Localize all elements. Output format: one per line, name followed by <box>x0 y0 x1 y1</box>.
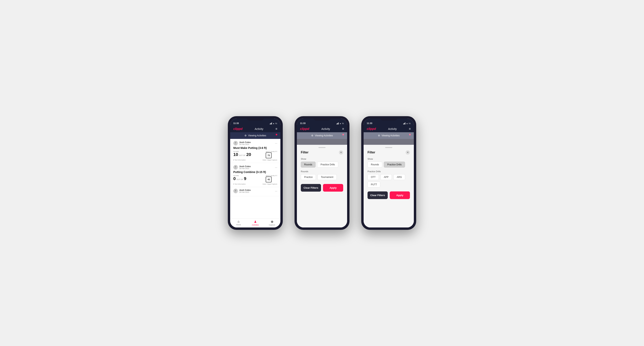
tournament-btn-2[interactable]: Tournament <box>318 174 336 180</box>
phone-3-screen: 11:33 ▲ 51 clippd Activity ≡ <box>364 119 414 227</box>
nav-home-1[interactable]: ⌂ Home <box>230 220 247 226</box>
nav-activities-1[interactable]: ♟ Activities <box>247 220 264 226</box>
practice-btn-2[interactable]: Practice <box>301 174 316 180</box>
ott-btn-3[interactable]: OTT <box>368 174 379 180</box>
shots-value-2: 9 <box>244 176 246 181</box>
user-info-2: Josh Coles 28 Feb 2023 <box>233 165 251 170</box>
arg-btn-3[interactable]: ARG <box>394 174 405 180</box>
svg-point-5 <box>235 191 237 192</box>
shot-quality-label-1: Shot Quality <box>266 151 277 153</box>
notification-dot-1 <box>276 134 277 135</box>
close-filter-2[interactable]: ✕ <box>339 150 343 155</box>
activity-footer-1: ℹ Test Information Data: Clippd Capture <box>233 159 277 161</box>
scene: 11:33 ▲ 51 clippd Activity ≡ <box>216 104 428 242</box>
svg-point-4 <box>235 190 236 191</box>
test-info-2: ℹ Test Information <box>233 183 246 185</box>
user-name-1: Josh Coles <box>239 141 251 143</box>
activity-item-3[interactable]: Josh Coles 28 Feb 2023 ··· <box>230 187 280 196</box>
clear-filters-btn-2[interactable]: Clear Filters <box>301 184 321 192</box>
wifi-icon-1: ▲ <box>273 123 274 124</box>
rounds-tab-btn-2[interactable]: Rounds <box>301 162 316 168</box>
activity-item-2[interactable]: Josh Coles 28 Feb 2023 ··· Putting Combi… <box>230 163 280 187</box>
sheet-footer-3: Clear Filters Apply <box>368 191 410 199</box>
shot-quality-badge-2: 45 <box>266 176 272 182</box>
nav-home-label-1: Home <box>236 224 241 226</box>
viewing-bar-1[interactable]: ⚙ Viewing Activities <box>230 132 280 139</box>
show-label-3: Show <box>368 158 410 160</box>
status-icons-2: ▲ 51 <box>336 123 344 124</box>
sheet-footer-2: Clear Filters Apply <box>301 184 343 192</box>
sheet-handle-3 <box>385 147 392 148</box>
menu-icon-3[interactable]: ≡ <box>409 127 411 131</box>
activity-footer-2: ℹ Test Information Data: Clippd Capture <box>233 183 277 185</box>
phone-3: 11:33 ▲ 51 clippd Activity ≡ <box>361 116 416 230</box>
clear-filters-btn-3[interactable]: Clear Filters <box>368 191 388 199</box>
notch-3 <box>380 116 398 121</box>
more-options-3[interactable]: ··· <box>275 189 277 192</box>
apply-btn-3[interactable]: Apply <box>390 191 410 199</box>
show-filter-buttons-2: Rounds Practice Drills <box>301 162 343 168</box>
notch-1 <box>246 116 264 121</box>
signal-icon-1 <box>270 123 272 124</box>
header-title-1: Activity <box>255 127 263 131</box>
activity-list-1: Josh Coles 28 Feb 2023 ··· Must Make Put… <box>230 139 280 218</box>
viewing-bar-text-2: Viewing Activities <box>315 134 333 137</box>
sheet-handle-2 <box>318 147 326 148</box>
notification-dot-2 <box>342 134 344 135</box>
header-title-2: Activity <box>322 127 330 131</box>
apply-btn-2[interactable]: Apply <box>323 184 343 192</box>
user-date-1: 28 Feb 2023 <box>239 143 251 145</box>
stats-row-1: Score 10 OUT OF 20 Shot Quality 75 <box>233 151 277 158</box>
filter-sheet-2: Filter ✕ Show Rounds Practice Drills Rou… <box>297 145 347 227</box>
more-options-1[interactable]: ··· <box>275 142 277 145</box>
menu-icon-1[interactable]: ≡ <box>276 127 277 131</box>
phone-2: 11:33 ▲ 51 clippd Activity ≡ <box>294 116 350 230</box>
rounds-tab-btn-3[interactable]: Rounds <box>368 162 382 168</box>
show-filter-buttons-3: Rounds Practice Drills <box>368 162 410 168</box>
viewing-bar-3[interactable]: ⚙ Viewing Activities <box>364 132 414 139</box>
dimmed-list-3 <box>364 139 414 145</box>
practice-drills-tab-btn-3[interactable]: Practice Drills <box>384 162 405 168</box>
signal-icon-2 <box>336 123 339 124</box>
activity-header-3: Josh Coles 28 Feb 2023 ··· <box>233 189 277 193</box>
user-info-3: Josh Coles 28 Feb 2023 <box>233 189 251 193</box>
info-icon-1: ℹ <box>233 159 234 161</box>
nav-capture-1[interactable]: ⊕ Capture <box>264 220 280 226</box>
svg-point-0 <box>235 142 236 143</box>
test-info-1: ℹ Test Information <box>233 159 246 161</box>
battery-icon-3: 51 <box>409 123 411 124</box>
status-time-3: 11:33 <box>367 122 372 124</box>
filter-title-2: Filter <box>301 151 308 154</box>
wifi-icon-3: ▲ <box>406 123 408 124</box>
header-title-3: Activity <box>388 127 397 131</box>
app-btn-3[interactable]: APP <box>380 174 392 180</box>
bottom-nav-1: ⌂ Home ♟ Activities ⊕ Capture <box>230 218 280 227</box>
nav-activities-label-1: Activities <box>252 224 259 226</box>
wifi-icon-2: ▲ <box>340 123 341 124</box>
filter-icon-3: ⚙ <box>378 134 380 137</box>
svg-point-3 <box>235 168 237 169</box>
avatar-3 <box>233 189 238 193</box>
battery-icon-2: 51 <box>342 123 344 124</box>
phone-2-screen: 11:33 ▲ 51 clippd Activity ≡ <box>297 119 347 227</box>
putt-btn-3[interactable]: PUTT <box>368 182 380 187</box>
close-filter-3[interactable]: ✕ <box>406 150 410 155</box>
battery-icon-1: 51 <box>275 123 277 124</box>
user-date-2: 28 Feb 2023 <box>239 168 251 170</box>
capture-icon-1: ⊕ <box>271 220 273 223</box>
filter-icon-2: ⚙ <box>311 134 313 137</box>
logo-3: clippd <box>367 127 376 131</box>
stats-row-2: Score 0 OUT OF 9 Shot Quality 45 <box>233 175 277 182</box>
data-source-2: Data: Clippd Capture <box>262 183 277 185</box>
filter-icon-1: ⚙ <box>244 134 247 137</box>
app-header-2: clippd Activity ≡ <box>297 126 347 132</box>
practice-drills-section-label-3: Practice Drills <box>368 170 410 173</box>
shots-value-1: 20 <box>246 153 251 157</box>
viewing-bar-2[interactable]: ⚙ Viewing Activities <box>297 132 347 139</box>
out-of-label-2: OUT OF <box>236 178 243 180</box>
menu-icon-2[interactable]: ≡ <box>342 127 344 131</box>
activity-item-1[interactable]: Josh Coles 28 Feb 2023 ··· Must Make Put… <box>230 139 280 163</box>
svg-point-2 <box>235 166 236 167</box>
more-options-2[interactable]: ··· <box>275 166 277 169</box>
practice-drills-tab-btn-2[interactable]: Practice Drills <box>317 162 338 168</box>
